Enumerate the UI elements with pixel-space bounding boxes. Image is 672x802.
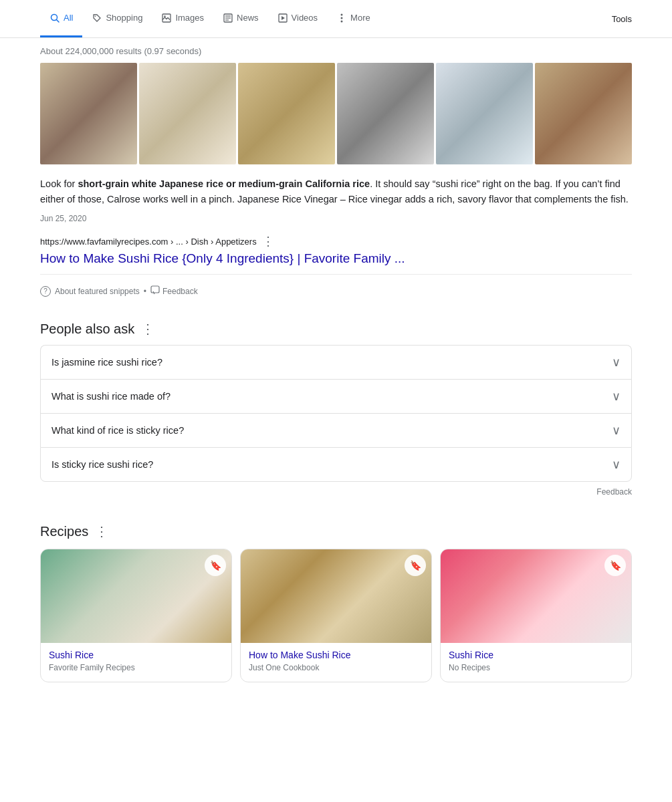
recipes-section: Recipes ⋮ 🔖 Sushi Rice Favorite Family R… <box>40 523 632 682</box>
nav-item-images[interactable]: Images <box>152 0 213 37</box>
recipe-card-2[interactable]: 🔖 Sushi Rice No Recipes <box>440 549 632 682</box>
nav-item-more[interactable]: More <box>327 0 380 37</box>
image-strip[interactable] <box>40 63 632 164</box>
snippet-text: Look for short-grain white Japanese rice… <box>40 176 632 207</box>
nav-label-images: Images <box>175 13 204 23</box>
svg-rect-14 <box>151 286 159 293</box>
paa-item-3[interactable]: Is sticky rice sushi rice? ∨ <box>40 447 632 482</box>
chevron-down-icon-2: ∨ <box>612 423 621 438</box>
snippet-feedback-link[interactable]: Feedback <box>150 285 198 297</box>
nav-label-all: All <box>64 13 73 23</box>
top-navigation: All Shopping Images <box>0 0 672 38</box>
chevron-down-icon-1: ∨ <box>612 389 621 404</box>
chevron-down-icon-3: ∨ <box>612 457 621 472</box>
nav-item-all[interactable]: All <box>40 0 82 37</box>
play-icon <box>277 13 288 23</box>
tools-button[interactable]: Tools <box>612 14 632 24</box>
tag-icon <box>92 13 102 23</box>
news-icon <box>223 13 233 23</box>
snippet-divider <box>40 274 632 275</box>
recipe-info-1: How to Make Sushi Rice Just One Cookbook <box>241 643 431 682</box>
about-featured-snippets-link[interactable]: About featured snippets <box>55 287 140 296</box>
help-icon[interactable]: ? <box>40 286 51 297</box>
main-content: About 224,000,000 results (0.97 seconds)… <box>0 38 672 682</box>
snippet-footer: ? About featured snippets • Feedback <box>40 280 632 307</box>
recipes-section-header: Recipes ⋮ <box>40 523 632 539</box>
source-url-text: https://www.favfamilyrecipes.com › ... ›… <box>40 237 257 247</box>
paa-more-button[interactable]: ⋮ <box>141 321 154 337</box>
recipe-info-2: Sushi Rice No Recipes <box>441 643 631 682</box>
image-strip-item-3[interactable] <box>238 63 335 164</box>
nav-label-news: News <box>237 13 259 23</box>
recipe-card-0[interactable]: 🔖 Sushi Rice Favorite Family Recipes <box>40 549 232 682</box>
chevron-down-icon-0: ∨ <box>612 355 621 370</box>
recipe-title-0[interactable]: Sushi Rice <box>49 650 223 660</box>
paa-item-0[interactable]: Is jasmine rice sushi rice? ∨ <box>40 345 632 379</box>
nav-item-news[interactable]: News <box>213 0 268 37</box>
paa-question-2: What kind of rice is sticky rice? <box>51 425 184 436</box>
recipe-source-1: Just One Cookbook <box>249 663 423 672</box>
bookmark-icon-1: 🔖 <box>410 560 421 571</box>
recipe-img-2: 🔖 <box>441 549 631 643</box>
bookmark-icon-0: 🔖 <box>210 560 221 571</box>
results-count: About 224,000,000 results (0.97 seconds) <box>40 38 632 63</box>
image-strip-item-6[interactable] <box>535 63 632 164</box>
paa-feedback-link[interactable]: Feedback <box>40 482 632 510</box>
image-icon <box>161 13 172 23</box>
nav-item-videos[interactable]: Videos <box>268 0 328 37</box>
recipe-card-1[interactable]: 🔖 How to Make Sushi Rice Just One Cookbo… <box>240 549 432 682</box>
source-options-button[interactable]: ⋮ <box>262 234 274 249</box>
source-url: https://www.favfamilyrecipes.com › ... ›… <box>40 234 632 249</box>
image-strip-item-5[interactable] <box>436 63 533 164</box>
svg-point-13 <box>341 20 343 22</box>
recipe-title-2[interactable]: Sushi Rice <box>449 650 623 660</box>
snippet-date: Jun 25, 2020 <box>40 214 632 223</box>
recipe-cards: 🔖 Sushi Rice Favorite Family Recipes 🔖 <box>40 549 632 682</box>
result-title-link[interactable]: How to Make Sushi Rice {Only 4 Ingredien… <box>40 251 632 266</box>
nav-label-shopping: Shopping <box>106 13 142 23</box>
paa-item-2[interactable]: What kind of rice is sticky rice? ∨ <box>40 413 632 447</box>
feedback-icon <box>150 285 160 297</box>
paa-question-3: Is sticky rice sushi rice? <box>51 459 153 470</box>
svg-point-11 <box>341 13 343 15</box>
recipe-source-0: Favorite Family Recipes <box>49 663 223 672</box>
svg-marker-10 <box>282 16 285 20</box>
paa-question-0: Is jasmine rice sushi rice? <box>51 357 162 368</box>
image-strip-item-1[interactable] <box>40 63 137 164</box>
recipe-img-1: 🔖 <box>241 549 431 643</box>
image-strip-item-2[interactable] <box>139 63 236 164</box>
svg-point-12 <box>341 17 343 19</box>
image-strip-item-4[interactable] <box>337 63 434 164</box>
paa-question-1: What is sushi rice made of? <box>51 391 171 402</box>
nav-label-more: More <box>350 13 370 23</box>
recipes-title: Recipes <box>40 524 88 539</box>
recipe-info-0: Sushi Rice Favorite Family Recipes <box>41 643 231 682</box>
nav-label-videos: Videos <box>292 13 318 23</box>
nav-item-shopping[interactable]: Shopping <box>82 0 152 37</box>
paa-list: Is jasmine rice sushi rice? ∨ What is su… <box>40 345 632 482</box>
more-dots-icon <box>336 13 347 23</box>
svg-line-1 <box>57 19 60 22</box>
recipe-img-0: 🔖 <box>41 549 231 643</box>
recipes-more-button[interactable]: ⋮ <box>95 523 108 539</box>
paa-item-1[interactable]: What is sushi rice made of? ∨ <box>40 379 632 413</box>
recipe-source-2: No Recipes <box>449 663 623 672</box>
paa-title: People also ask <box>40 321 134 337</box>
bookmark-icon-2: 🔖 <box>610 560 621 571</box>
svg-point-2 <box>95 15 96 17</box>
paa-section-header: People also ask ⋮ <box>40 321 632 337</box>
search-icon <box>49 13 60 23</box>
recipe-title-1[interactable]: How to Make Sushi Rice <box>249 650 423 660</box>
